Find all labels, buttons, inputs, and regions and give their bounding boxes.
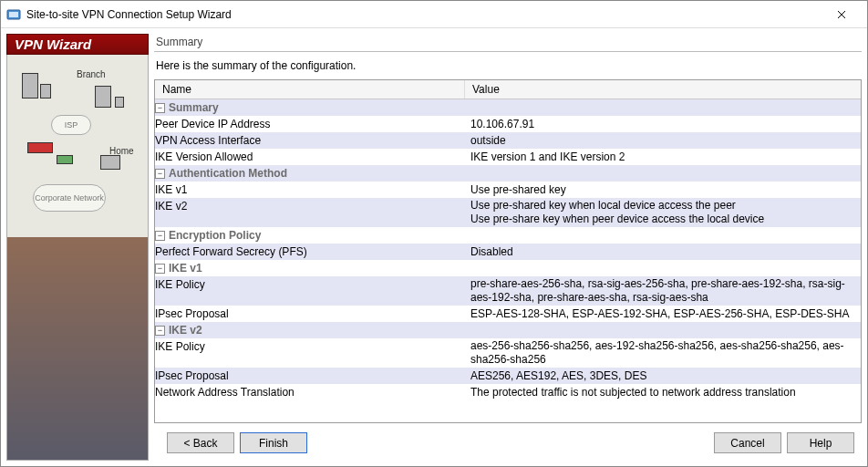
col-name: Name: [155, 80, 465, 99]
button-bar: < Back Finish Cancel Help: [154, 423, 862, 461]
row-value: The protected traffic is not subjected t…: [465, 384, 861, 400]
group-label: Summary: [169, 99, 219, 116]
group-row: −Encryption Policy: [155, 227, 861, 244]
sidebar: VPN Wizard Branch ISP Home Corporate Net…: [6, 34, 149, 461]
row-label: IPsec Proposal: [155, 368, 229, 384]
app-icon: [6, 7, 21, 22]
titlebar: Site-to-site VPN Connection Setup Wizard: [1, 1, 867, 28]
group-label: Authentication Method: [169, 165, 287, 182]
sidebar-header: VPN Wizard: [6, 34, 149, 55]
table-row: IKE Version AllowedIKE version 1 and IKE…: [155, 149, 861, 165]
row-label: IKE Version Allowed: [155, 149, 253, 165]
summary-grid: Name Value −SummaryPeer Device IP Addres…: [154, 79, 862, 423]
row-value: 10.106.67.91: [465, 116, 861, 132]
table-row: IPsec ProposalESP-AES-128-SHA, ESP-AES-1…: [155, 306, 861, 322]
row-label: IPsec Proposal: [155, 306, 229, 322]
svg-rect-1: [9, 12, 18, 17]
group-row: −IKE v1: [155, 260, 861, 276]
table-row: Perfect Forward Secrecy (PFS)Disabled: [155, 244, 861, 260]
collapse-toggle[interactable]: −: [155, 264, 165, 274]
table-row: IKE v2Use pre-shared key when local devi…: [155, 198, 861, 227]
row-value: Disabled: [465, 244, 861, 260]
main-panel: Summary Here is the summary of the confi…: [154, 34, 862, 461]
row-label: Peer Device IP Address: [155, 116, 271, 132]
table-row: Peer Device IP Address10.106.67.91: [155, 116, 861, 132]
row-label: IKE v1: [155, 182, 187, 198]
row-label: Network Address Translation: [155, 384, 294, 400]
table-row: IKE Policyaes-256-sha256-sha256, aes-192…: [155, 338, 861, 368]
group-row: −Summary: [155, 99, 861, 116]
row-value: IKE version 1 and IKE version 2: [465, 149, 861, 165]
window-title: Site-to-site VPN Connection Setup Wizard: [26, 8, 821, 21]
wizard-window: Site-to-site VPN Connection Setup Wizard…: [0, 0, 868, 467]
collapse-toggle[interactable]: −: [155, 103, 165, 113]
close-icon: [837, 10, 846, 19]
col-value: Value: [465, 80, 861, 99]
grid-header: Name Value: [155, 80, 861, 99]
group-label: IKE v2: [169, 322, 202, 338]
row-value: AES256, AES192, AES, 3DES, DES: [465, 368, 861, 384]
cancel-button[interactable]: Cancel: [714, 432, 781, 453]
collapse-toggle[interactable]: −: [155, 231, 165, 241]
back-button[interactable]: < Back: [167, 432, 234, 453]
row-value: Use pre-shared key: [465, 182, 861, 198]
body: VPN Wizard Branch ISP Home Corporate Net…: [1, 28, 867, 466]
row-label: IKE Policy: [155, 338, 205, 355]
table-row: IKE v1Use pre-shared key: [155, 182, 861, 198]
row-label: IKE v2: [155, 198, 187, 214]
section-lead: Here is the summary of the configuration…: [154, 59, 862, 79]
row-value: ESP-AES-128-SHA, ESP-AES-192-SHA, ESP-AE…: [465, 306, 861, 322]
table-row: VPN Access Interfaceoutside: [155, 132, 861, 149]
sidebar-illustration: Branch ISP Home Corporate Network: [6, 55, 149, 461]
table-row: Network Address TranslationThe protected…: [155, 384, 861, 400]
group-label: IKE v1: [169, 260, 202, 276]
help-button[interactable]: Help: [787, 432, 854, 453]
section-title: Summary: [154, 34, 862, 52]
row-value: Use pre-shared key when local device acc…: [465, 198, 861, 227]
row-value: aes-256-sha256-sha256, aes-192-sha256-sh…: [465, 338, 861, 368]
table-row: IKE Policypre-share-aes-256-sha, rsa-sig…: [155, 276, 861, 306]
collapse-toggle[interactable]: −: [155, 326, 165, 336]
row-label: IKE Policy: [155, 276, 205, 293]
group-row: −IKE v2: [155, 322, 861, 338]
row-value: outside: [465, 132, 861, 149]
collapse-toggle[interactable]: −: [155, 169, 165, 179]
row-value: pre-share-aes-256-sha, rsa-sig-aes-256-s…: [465, 276, 861, 306]
grid-body[interactable]: −SummaryPeer Device IP Address10.106.67.…: [155, 99, 861, 422]
group-row: −Authentication Method: [155, 165, 861, 182]
table-row: IPsec ProposalAES256, AES192, AES, 3DES,…: [155, 368, 861, 384]
row-label: VPN Access Interface: [155, 132, 261, 149]
group-label: Encryption Policy: [169, 227, 261, 244]
row-label: Perfect Forward Secrecy (PFS): [155, 244, 307, 260]
finish-button[interactable]: Finish: [240, 432, 307, 453]
close-button[interactable]: [821, 2, 862, 27]
